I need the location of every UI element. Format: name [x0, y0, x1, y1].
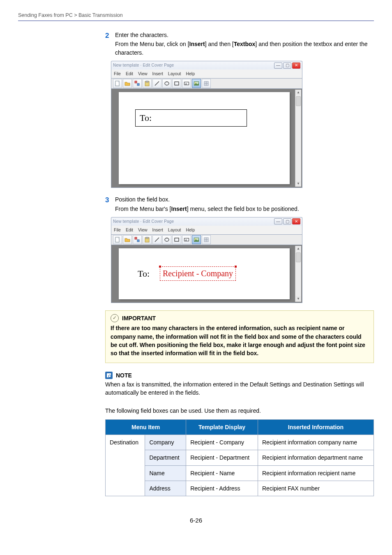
- step-2-desc-textbox: Textbox: [234, 41, 256, 47]
- note-title: NOTE: [116, 371, 132, 379]
- vertical-scrollbar[interactable]: ▲ ▼: [295, 90, 301, 187]
- toolbar-2: a: [111, 235, 302, 245]
- table-row: Name Recipient - Name Recipient informat…: [106, 465, 374, 481]
- minimize-button-2[interactable]: —: [274, 218, 282, 224]
- textbox-tool-icon[interactable]: a: [182, 79, 191, 88]
- note-icon: [105, 372, 113, 379]
- svg-rect-2: [137, 83, 139, 86]
- window-titlebar-2: New template · Edit Cover Page — ▢ ✕: [111, 217, 302, 226]
- cell-sub: Company: [145, 435, 186, 450]
- svg-rect-22: [175, 238, 179, 241]
- editor-canvas[interactable]: To: ▲ ▼: [111, 89, 302, 188]
- rect-icon[interactable]: [172, 79, 181, 88]
- menu-help-2[interactable]: Help: [186, 227, 195, 233]
- editor-canvas-2[interactable]: To: Recipient - Company ▲ ▼: [111, 245, 302, 303]
- step-3-desc-b: ] menu, select the field box to be posit…: [187, 206, 299, 212]
- step-3-desc-insert: Insert: [171, 206, 187, 212]
- svg-point-6: [165, 82, 169, 85]
- open-icon-2[interactable]: [123, 235, 132, 244]
- menu-file-2[interactable]: File: [114, 227, 121, 233]
- cell-disp: Recipient - Name: [186, 465, 258, 481]
- textbox-tool-icon-2[interactable]: a: [182, 235, 191, 244]
- menu-insert[interactable]: Insert: [152, 71, 163, 77]
- svg-rect-17: [137, 240, 139, 242]
- cell-disp: Recipient - Department: [186, 450, 258, 465]
- close-button-2[interactable]: ✕: [292, 218, 300, 224]
- image-tool-icon-2[interactable]: [192, 235, 201, 244]
- menu-insert-2[interactable]: Insert: [152, 227, 163, 233]
- maximize-button[interactable]: ▢: [283, 62, 291, 69]
- menu-edit-2[interactable]: Edit: [126, 227, 133, 233]
- minimize-button[interactable]: —: [274, 62, 282, 69]
- cell-disp: Recipient - Company: [186, 435, 258, 450]
- step-2-desc: From the Menu bar, click on [Insert] and…: [115, 40, 374, 57]
- table-intro: The following field boxes can be used. U…: [105, 407, 374, 415]
- scroll-up-icon-2[interactable]: ▲: [295, 246, 301, 252]
- page-number: 6-26: [18, 516, 374, 525]
- menu-edit[interactable]: Edit: [126, 71, 133, 77]
- svg-rect-19: [146, 237, 148, 238]
- menu-view-2[interactable]: View: [138, 227, 148, 233]
- grid-tool-icon-2[interactable]: [202, 235, 211, 244]
- menu-file[interactable]: File: [114, 71, 121, 77]
- table-row: Department Recipient - Department Recipi…: [106, 450, 374, 465]
- step-2-desc-insert: Insert: [189, 41, 205, 47]
- menu-layout[interactable]: Layout: [168, 71, 181, 77]
- check-circle-icon: ✓: [111, 314, 119, 322]
- cell-sub: Address: [145, 481, 186, 496]
- scroll-thumb[interactable]: [296, 96, 301, 106]
- svg-rect-4: [146, 81, 148, 82]
- scroll-up-icon[interactable]: ▲: [295, 90, 301, 95]
- step-3-title: Position the field box.: [115, 196, 170, 203]
- screenshot-window-1: New template · Edit Cover Page — ▢ ✕ Fil…: [111, 61, 302, 188]
- th-inserted-info: Inserted Information: [258, 419, 374, 435]
- close-button[interactable]: ✕: [292, 62, 300, 69]
- menu-help[interactable]: Help: [186, 71, 195, 77]
- paste-icon[interactable]: [143, 79, 152, 88]
- step-3: 3 Position the field box. From the Menu …: [105, 195, 374, 213]
- line-icon-2[interactable]: [152, 235, 161, 244]
- grid-tool-icon[interactable]: [202, 79, 211, 88]
- ellipse-icon-2[interactable]: [162, 235, 171, 244]
- step-3-number: 3: [105, 195, 115, 213]
- th-menu-item: Menu Item: [106, 419, 186, 435]
- cell-info: Recipient FAX number: [258, 481, 374, 496]
- step-2-number: 2: [105, 31, 115, 57]
- svg-rect-16: [135, 237, 137, 239]
- vertical-scrollbar-2[interactable]: ▲ ▼: [295, 246, 301, 302]
- th-template-display: Template Display: [186, 419, 258, 435]
- fieldbox-recipient-company[interactable]: Recipient - Company: [160, 266, 236, 281]
- menu-layout-2[interactable]: Layout: [168, 227, 181, 233]
- svg-rect-1: [135, 81, 137, 83]
- cell-info: Recipient information company name: [258, 435, 374, 450]
- window-title-2: New template · Edit Cover Page: [113, 219, 174, 225]
- maximize-button-2[interactable]: ▢: [283, 218, 291, 224]
- cell-group: Destination: [106, 435, 145, 496]
- toolbar: a: [111, 79, 302, 89]
- new-icon-2[interactable]: [113, 235, 122, 244]
- scroll-down-icon-2[interactable]: ▼: [295, 296, 301, 302]
- arrange-icon[interactable]: [133, 79, 142, 88]
- step-2: 2 Enter the characters. From the Menu ba…: [105, 31, 374, 57]
- svg-line-5: [155, 81, 159, 86]
- ellipse-icon[interactable]: [162, 79, 171, 88]
- new-icon[interactable]: [113, 79, 122, 88]
- step-2-title: Enter the characters.: [115, 32, 168, 38]
- cell-info: Recipient information department name: [258, 450, 374, 465]
- step-3-desc-a: From the Menu bar's [: [115, 206, 171, 212]
- paste-icon-2[interactable]: [143, 235, 152, 244]
- line-icon[interactable]: [152, 79, 161, 88]
- note-body: When a fax is transmitted, the informati…: [105, 380, 374, 397]
- step-2-desc-a: From the Menu bar, click on [: [115, 41, 189, 47]
- open-icon[interactable]: [123, 79, 132, 88]
- menu-view[interactable]: View: [138, 71, 148, 77]
- important-callout: ✓ IMPORTANT If there are too many charac…: [105, 310, 374, 363]
- cell-info: Recipient information recipient name: [258, 465, 374, 481]
- svg-point-21: [165, 238, 169, 241]
- scroll-thumb-2[interactable]: [296, 252, 301, 262]
- scroll-down-icon[interactable]: ▼: [295, 181, 301, 187]
- textbox-to[interactable]: To:: [135, 109, 247, 127]
- image-tool-icon[interactable]: [192, 79, 201, 88]
- arrange-icon-2[interactable]: [133, 235, 142, 244]
- rect-icon-2[interactable]: [172, 235, 181, 244]
